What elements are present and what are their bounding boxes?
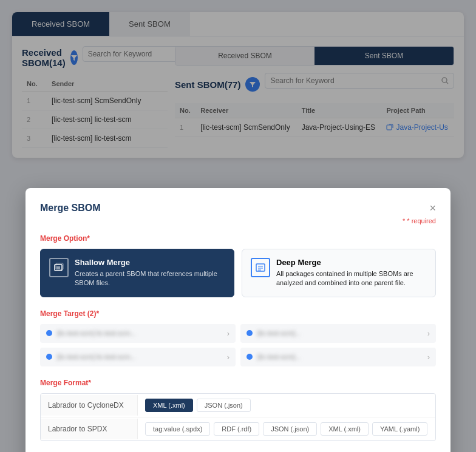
merge-format-section: Merge Format* Labrador to CycloneDX XML … (40, 379, 436, 441)
target-item-1: [lic-test-scm] lic-test-scm... › (40, 324, 236, 343)
shallow-merge-icon (49, 258, 69, 277)
target-name-4: [lic-test-scm]... (257, 353, 301, 360)
target-item-3: [lic-test-scm] lic-test-scm... › (40, 348, 236, 366)
format-chip-yaml[interactable]: YAML (.yaml) (372, 422, 427, 436)
modal-header: Merge SBOM × (40, 203, 436, 214)
format-table: Labrador to CycloneDX XML (.xml) JSON (.… (40, 393, 436, 441)
merge-targets-section: Merge Target (2)* [lic-test-scm] lic-tes… (40, 309, 436, 366)
deep-merge-content: Deep Merge All packages contained in mul… (276, 258, 427, 288)
merge-format-label: Merge Format* (40, 379, 436, 387)
format-label-cyclonedx: Labrador to CycloneDX (41, 395, 138, 416)
format-options-spdx: tag:value (.spdx) RDF (.rdf) JSON (.json… (138, 417, 435, 440)
shallow-merge-option[interactable]: Shallow Merge Creates a parent SBOM that… (40, 249, 234, 297)
format-chip-json2[interactable]: JSON (.json) (263, 422, 317, 436)
target-remove-2[interactable]: › (427, 329, 430, 338)
shallow-merge-content: Shallow Merge Creates a parent SBOM that… (75, 258, 225, 288)
format-chip-tagvalue[interactable]: tag:value (.spdx) (145, 422, 210, 436)
modal-close-button[interactable]: × (429, 203, 436, 214)
document-stack-icon (53, 262, 64, 273)
format-options-cyclonedx: XML (.xml) JSON (.json) (138, 394, 258, 417)
target-item-4: [lic-test-scm]... › (240, 348, 436, 366)
merge-sbom-modal: Merge SBOM × * * required Merge Option* (25, 188, 450, 452)
target-item-2: [lic-test-scm]... › (240, 324, 436, 343)
target-dot-1 (46, 330, 52, 336)
format-row-spdx: Labrador to SPDX tag:value (.spdx) RDF (… (41, 417, 435, 440)
deep-merge-option[interactable]: Deep Merge All packages contained in mul… (242, 249, 436, 297)
modal-required-note: * * required (40, 217, 436, 224)
target-dot-4 (246, 354, 253, 360)
format-label-spdx: Labrador to SPDX (41, 419, 138, 439)
document-merge-icon (255, 262, 266, 273)
merge-options: Shallow Merge Creates a parent SBOM that… (40, 249, 436, 297)
target-dot-2 (246, 330, 253, 336)
deep-merge-icon (251, 258, 270, 277)
format-chip-xml[interactable]: XML (.xml) (145, 399, 193, 412)
format-chip-json[interactable]: JSON (.json) (197, 399, 251, 412)
target-remove-1[interactable]: › (227, 329, 229, 338)
target-name-1: [lic-test-scm] lic-test-scm... (57, 329, 136, 337)
target-remove-4[interactable]: › (427, 352, 430, 362)
format-row-cyclonedx: Labrador to CycloneDX XML (.xml) JSON (.… (41, 394, 435, 417)
target-name-2: [lic-test-scm]... (257, 329, 301, 337)
merge-target-label: Merge Target (2)* (40, 309, 436, 318)
target-name-3: [lic-test-scm] lic-test-scm... (57, 353, 136, 360)
target-remove-3[interactable]: › (227, 352, 229, 362)
format-chip-rdf[interactable]: RDF (.rdf) (214, 422, 259, 436)
target-grid: [lic-test-scm] lic-test-scm... › [lic-te… (40, 324, 436, 366)
modal-title: Merge SBOM (40, 203, 101, 214)
modal-overlay: Merge SBOM × * * required Merge Option* (0, 0, 476, 452)
target-dot-3 (46, 354, 52, 360)
merge-option-label: Merge Option* (40, 234, 436, 243)
format-chip-xml2[interactable]: XML (.xml) (321, 422, 369, 436)
